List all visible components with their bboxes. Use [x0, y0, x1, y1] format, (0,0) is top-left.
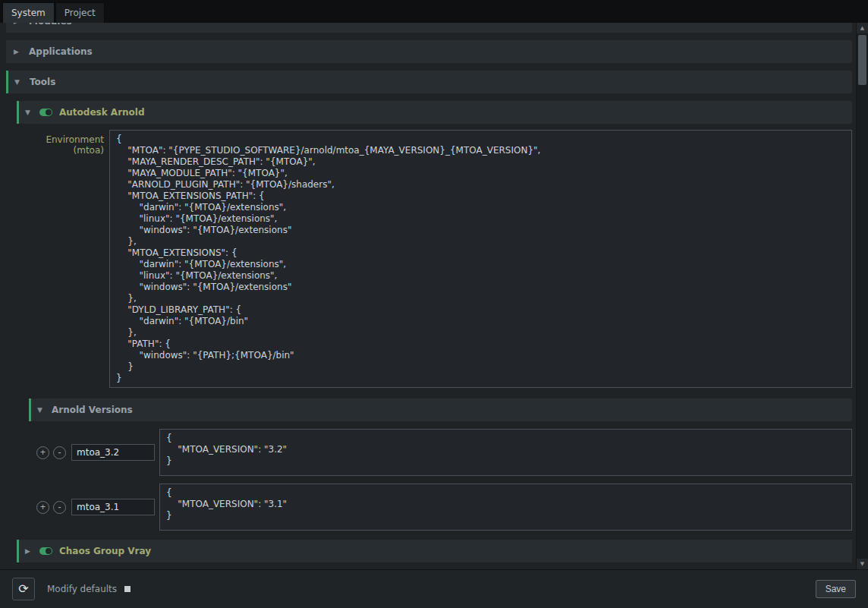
- chevron-down-icon: ▼: [37, 406, 45, 414]
- section-header-applications[interactable]: ▶ Applications: [6, 40, 852, 63]
- footer-bar: ⟳ Modify defaults Save: [0, 569, 868, 608]
- tab-project[interactable]: Project: [55, 2, 105, 23]
- environment-mtoa-editor[interactable]: { "MTOA": "{PYPE_STUDIO_SOFTWARE}/arnold…: [109, 130, 852, 388]
- chevron-down-icon: ▼: [14, 78, 22, 86]
- environment-mtoa-label: Environment (mtoa): [17, 130, 109, 388]
- environment-mtoa-row: Environment (mtoa) { "MTOA": "{PYPE_STUD…: [17, 130, 852, 388]
- settings-scroll-area: ▶ Modules ▶ Applications ▼ Tools ▼ Autod…: [0, 23, 856, 569]
- version-row: + - { "MTOA_VERSION": "3.2" }: [36, 429, 852, 476]
- toggle-enabled-icon[interactable]: [39, 547, 52, 555]
- version-key-input[interactable]: [71, 444, 155, 461]
- vertical-scrollbar[interactable]: ▲ ▼: [856, 23, 868, 569]
- version-key-input[interactable]: [71, 499, 155, 515]
- add-version-button[interactable]: +: [36, 501, 49, 514]
- tool-label-chaos-group-vray: Chaos Group Vray: [59, 546, 151, 556]
- tool-header-autodesk-arnold[interactable]: ▼ Autodesk Arnold: [17, 101, 852, 124]
- section-label-arnold-versions: Arnold Versions: [52, 405, 133, 415]
- scroll-down-icon[interactable]: ▼: [857, 559, 868, 569]
- modify-defaults-checkbox[interactable]: [124, 586, 131, 592]
- add-version-button[interactable]: +: [36, 446, 49, 459]
- version-row: + - { "MTOA_VERSION": "3.1" }: [36, 484, 852, 531]
- chevron-right-icon: ▶: [14, 23, 21, 25]
- settings-content: ▶ Modules ▶ Applications ▼ Tools ▼ Autod…: [0, 23, 868, 569]
- save-button[interactable]: Save: [816, 580, 856, 598]
- version-value-editor[interactable]: { "MTOA_VERSION": "3.1" }: [159, 484, 852, 531]
- version-value-editor[interactable]: { "MTOA_VERSION": "3.2" }: [159, 429, 852, 476]
- main-tabbar: System Project: [0, 0, 868, 23]
- refresh-button[interactable]: ⟳: [12, 578, 35, 600]
- section-label-tools: Tools: [30, 77, 55, 87]
- remove-version-button[interactable]: -: [53, 501, 66, 514]
- remove-version-button[interactable]: -: [53, 446, 66, 459]
- section-label-modules: Modules: [29, 23, 72, 27]
- settings-window: System Project ▶ Modules ▶ Applications …: [0, 0, 868, 608]
- toggle-enabled-icon[interactable]: [39, 109, 52, 116]
- chevron-right-icon: ▶: [14, 48, 21, 55]
- chevron-right-icon: ▶: [25, 547, 33, 555]
- chevron-down-icon: ▼: [25, 109, 33, 116]
- section-header-arnold-versions[interactable]: ▼ Arnold Versions: [29, 399, 852, 421]
- modify-defaults-label: Modify defaults: [47, 584, 117, 594]
- tool-label-autodesk-arnold: Autodesk Arnold: [59, 107, 145, 118]
- tool-header-chaos-group-vray[interactable]: ▶ Chaos Group Vray: [17, 540, 852, 562]
- section-header-tools[interactable]: ▼ Tools: [6, 71, 852, 93]
- section-label-applications: Applications: [29, 46, 93, 57]
- tab-system[interactable]: System: [2, 2, 55, 23]
- section-header-modules[interactable]: ▶ Modules: [6, 23, 852, 33]
- scrollbar-thumb[interactable]: [858, 35, 866, 85]
- scroll-up-icon[interactable]: ▲: [857, 23, 868, 33]
